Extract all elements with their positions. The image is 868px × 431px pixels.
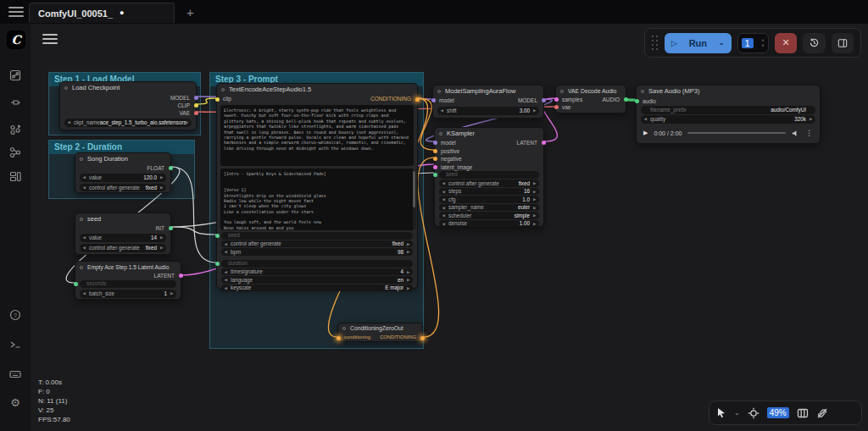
minimap-icon[interactable] xyxy=(797,407,809,419)
port-model[interactable] xyxy=(194,96,198,100)
input-duration-slot[interactable]: duration xyxy=(221,260,413,268)
history-button[interactable] xyxy=(803,33,825,53)
widget-bpm[interactable]: bpm 98 xyxy=(221,248,413,256)
templates-icon[interactable] xyxy=(8,169,22,183)
port-audio-out[interactable] xyxy=(624,97,628,102)
collapse-dot-icon[interactable] xyxy=(342,327,346,330)
port-conditioning-out[interactable] xyxy=(415,97,420,102)
port-vae[interactable] xyxy=(194,111,198,115)
node-ksampler[interactable]: KSampler model LATENT positive negative … xyxy=(434,127,544,227)
node-seed[interactable]: seed INT value 14 control after generate… xyxy=(75,213,171,255)
widget-timesignature[interactable]: timesignature 4 xyxy=(221,268,413,276)
comfyui-logo[interactable]: C xyxy=(7,30,25,49)
player-menu-icon[interactable]: ⋮ xyxy=(805,129,813,137)
batch-count-stepper[interactable]: 1 ˄˅ xyxy=(737,33,769,53)
port-samples-in[interactable] xyxy=(554,97,559,102)
port-model-in[interactable] xyxy=(433,141,437,145)
collapse-dot-icon[interactable] xyxy=(80,266,83,269)
tags-textarea[interactable]: Electronic: A bright, starry synth-pop r… xyxy=(220,105,414,166)
fit-view-icon[interactable] xyxy=(748,407,760,419)
port-seconds[interactable] xyxy=(74,282,78,286)
collapse-dot-icon[interactable] xyxy=(439,132,442,135)
play-button[interactable]: ▶ xyxy=(643,130,648,136)
node-load-checkpoint[interactable]: Load Checkpoint MODEL CLIP VAE ckpt_name… xyxy=(59,81,197,130)
widget-scheduler[interactable]: scheduler simple xyxy=(439,212,539,219)
workflow-tab[interactable]: ComfyUI_00051_ ● xyxy=(29,3,175,23)
custom-nodes-icon[interactable] xyxy=(8,96,22,109)
node-library-icon[interactable] xyxy=(8,123,22,136)
collapse-dot-icon[interactable] xyxy=(641,90,644,93)
cursor-tool-icon[interactable] xyxy=(716,407,726,418)
menu-icon[interactable] xyxy=(8,7,24,17)
zoom-level[interactable]: 49% xyxy=(767,407,789,418)
input-seconds-slot[interactable]: seconds xyxy=(80,280,176,288)
player-seek-bar[interactable] xyxy=(687,132,786,134)
port-model-out[interactable] xyxy=(542,98,546,102)
node-model-sampling-auraflow[interactable]: ModelSamplingAuraFlow model MODEL shift … xyxy=(432,85,544,119)
widget-sampler-name[interactable]: sampler_name euler xyxy=(439,204,539,212)
widget-ckpt-name[interactable]: ckpt_name ace_step_1.5_turbo_aio.safeten… xyxy=(64,119,192,127)
widget-control-after-generate[interactable]: control after generate fixed xyxy=(439,180,539,187)
collapse-dot-icon[interactable] xyxy=(80,218,83,221)
port-clip-in[interactable] xyxy=(215,97,220,102)
workflows-icon[interactable] xyxy=(8,69,22,82)
port-seed-in[interactable] xyxy=(215,234,220,238)
port-float[interactable] xyxy=(169,166,173,170)
cursor-tool-chevron-icon[interactable]: ⌄ xyxy=(734,409,740,417)
toggle-links-icon[interactable] xyxy=(816,407,828,419)
canvas-menu-icon[interactable] xyxy=(42,34,58,44)
widget-filename-prefix[interactable]: filename_prefix audio/ComfyUI xyxy=(641,106,815,114)
widget-batch-size[interactable]: batch_size 1 xyxy=(80,290,176,298)
new-tab-button[interactable]: + xyxy=(186,5,194,19)
port-negative-in[interactable] xyxy=(433,157,437,161)
lyrics-scrollbar[interactable] xyxy=(413,170,416,229)
widget-cfg[interactable]: cfg 1.0 xyxy=(439,196,539,203)
port-conditioning-in[interactable] xyxy=(337,336,341,340)
node-song-duration[interactable]: Song Duration FLOAT value 120.0 control … xyxy=(75,152,171,193)
settings-gear-icon[interactable]: ⚙ xyxy=(8,395,22,409)
lyrics-textarea[interactable]: [Intro - Sparkly Keys & Sidechained Pads… xyxy=(220,169,414,230)
port-duration-in[interactable] xyxy=(215,262,220,266)
input-seed-slot[interactable]: seed xyxy=(439,171,539,179)
widget-shift[interactable]: shift 3.00 xyxy=(437,107,539,115)
keyboard-shortcuts-icon[interactable] xyxy=(8,367,22,381)
port-latent[interactable] xyxy=(179,274,183,278)
model-library-icon[interactable] xyxy=(8,146,22,159)
drag-handle-icon[interactable] xyxy=(652,36,659,51)
terminal-icon[interactable] xyxy=(8,338,22,351)
port-audio-in[interactable] xyxy=(635,99,639,103)
chevron-down-icon[interactable]: ⌄ xyxy=(719,39,725,47)
node-text-encode[interactable]: TextEncodeAceStepAudio1.5 clip CONDITION… xyxy=(216,83,418,289)
run-button[interactable]: ▷ Run ⌄ xyxy=(665,33,732,53)
collapse-dot-icon[interactable] xyxy=(560,90,564,93)
port-latent-image-in[interactable] xyxy=(433,165,437,169)
port-conditioning-out[interactable] xyxy=(420,336,425,340)
collapse-dot-icon[interactable] xyxy=(64,86,68,90)
port-positive-in[interactable] xyxy=(433,149,437,153)
collapse-dot-icon[interactable] xyxy=(437,90,441,93)
node-save-audio-mp3[interactable]: Save Audio (MP3) audio filename_prefix a… xyxy=(636,85,821,144)
port-clip[interactable] xyxy=(194,103,198,108)
port-int[interactable] xyxy=(169,226,173,230)
widget-control-after-generate[interactable]: control after generate fixed xyxy=(80,244,166,252)
help-icon[interactable]: ? xyxy=(8,308,22,322)
stepper-arrows[interactable]: ˄˅ xyxy=(761,38,765,48)
cancel-button[interactable]: ✕ xyxy=(775,33,797,53)
port-seed-in[interactable] xyxy=(433,173,437,177)
node-empty-latent-audio[interactable]: Empty Ace Step 1.5 Latent Audio LATENT s… xyxy=(75,261,181,300)
widget-value[interactable]: value 120.0 xyxy=(80,174,166,182)
widget-control-after-generate[interactable]: control after generate fixed xyxy=(80,184,166,192)
port-latent-out[interactable] xyxy=(542,141,546,145)
toggle-panel-button[interactable] xyxy=(832,33,854,53)
widget-keyscale[interactable]: keyscale E major xyxy=(221,285,413,292)
widget-quality[interactable]: quality 320k xyxy=(641,115,815,124)
port-vae-in[interactable] xyxy=(554,105,559,109)
node-vae-decode-audio[interactable]: VAE Decode Audio samples AUDIO vae xyxy=(555,85,626,113)
volume-icon[interactable] xyxy=(792,130,799,137)
collapse-dot-icon[interactable] xyxy=(221,88,225,91)
widget-steps[interactable]: steps 16 xyxy=(439,188,539,196)
widget-control-after-generate[interactable]: control after generate fixed xyxy=(221,240,413,248)
input-seed-slot[interactable]: seed xyxy=(221,232,413,240)
widget-value[interactable]: value 14 xyxy=(80,234,166,242)
node-conditioning-zero-out[interactable]: ConditioningZeroOut conditioning CONDITI… xyxy=(337,323,423,342)
